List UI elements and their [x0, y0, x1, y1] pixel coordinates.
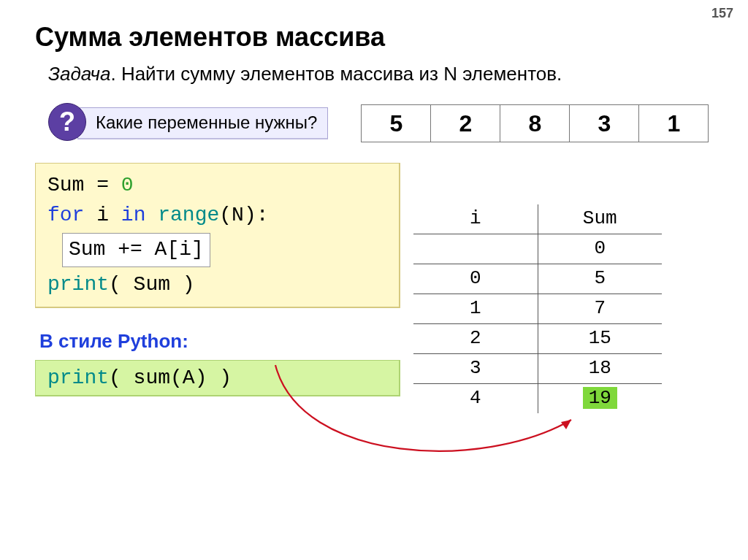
code-keyword: in	[121, 204, 146, 226]
array-cell: 1	[638, 104, 709, 142]
slide-title: Сумма элементов массива	[35, 22, 713, 53]
trace-col-i: i	[413, 204, 538, 234]
trace-cell: 5	[538, 264, 663, 294]
trace-row: 318	[413, 353, 662, 383]
code-text: Sum =	[47, 174, 121, 196]
task-label: Задача	[48, 63, 110, 85]
trace-row: 419	[413, 383, 662, 413]
task-body: . Найти сумму элементов массива из N эле…	[110, 63, 562, 85]
code-builtin: range	[145, 204, 219, 226]
trace-cell: 1	[413, 294, 538, 323]
page-number: 157	[711, 6, 733, 21]
code-builtin: print	[47, 273, 109, 296]
trace-cell: 18	[538, 353, 663, 383]
code-text: (N):	[219, 204, 268, 226]
trace-row: 215	[413, 323, 662, 353]
trace-cell: 7	[538, 294, 663, 323]
code-keyword: for	[47, 204, 84, 226]
array-box: 5 2 8 3 1	[362, 104, 709, 142]
trace-cell: 2	[413, 323, 538, 353]
trace-row: 05	[413, 264, 662, 294]
code-block-python: print( sum(A) )	[35, 360, 400, 396]
code-builtin: print	[47, 367, 109, 389]
trace-row: 17	[413, 294, 662, 323]
trace-cell: 0	[413, 264, 538, 294]
code-inner-box: Sum += A[i]	[62, 233, 210, 267]
trace-table: i Sum 0 05 17 215 318 419	[413, 204, 662, 413]
trace-cell: 15	[538, 323, 663, 353]
trace-header: i Sum	[413, 204, 662, 234]
trace-cell-final: 19	[538, 383, 663, 413]
array-cell: 3	[569, 104, 639, 142]
array-cell: 2	[430, 104, 500, 142]
row-question-array: ? Какие переменные нужны? 5 2 8 3 1	[35, 107, 713, 142]
trace-col-sum: Sum	[538, 204, 663, 234]
code-text: i	[84, 204, 121, 226]
code-text: ( sum(A) )	[109, 367, 232, 389]
code-literal: 0	[121, 174, 134, 196]
question-box: Какие переменные нужны?	[77, 107, 328, 139]
array-cell: 5	[361, 104, 431, 142]
trace-row: 0	[413, 234, 662, 264]
array-cell: 8	[500, 104, 570, 142]
code-text: ( Sum )	[109, 273, 195, 296]
task-text: Задача. Найти сумму элементов массива из…	[48, 61, 713, 87]
svg-marker-0	[561, 420, 571, 429]
question-mark-icon: ?	[48, 103, 86, 141]
trace-cell: 4	[413, 383, 538, 413]
question-wrap: ? Какие переменные нужны?	[48, 107, 328, 141]
code-block-main: Sum = 0 for i in range(N): Sum += A[i] p…	[35, 163, 400, 308]
trace-cell: 3	[413, 353, 538, 383]
trace-cell: 0	[538, 234, 663, 264]
trace-cell	[413, 234, 538, 264]
